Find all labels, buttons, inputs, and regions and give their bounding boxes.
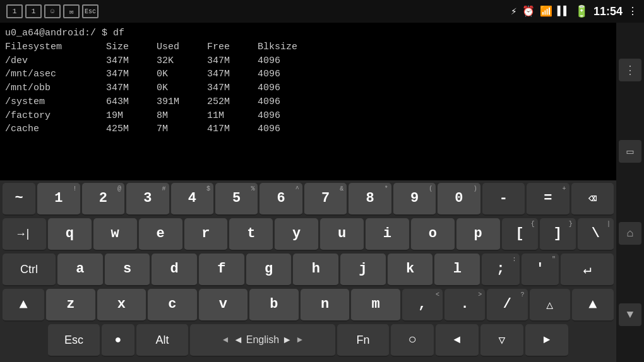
key-esc[interactable]: Esc (48, 324, 100, 357)
row6-size: 425M (106, 122, 157, 136)
key-h[interactable]: h (293, 254, 338, 286)
row4-fs: /system (5, 95, 106, 109)
row6-free: 417M (207, 122, 258, 136)
side-back-icon[interactable]: ▼ (619, 303, 641, 326)
key-c[interactable]: c (148, 289, 197, 322)
row2-fs: /mnt/asec (5, 67, 106, 81)
language-label: ◄ English ► (233, 334, 292, 346)
key-slash[interactable]: ? / (487, 289, 527, 322)
key-g[interactable]: g (246, 254, 292, 286)
row5-free: 11M (207, 109, 258, 123)
key-circle[interactable]: ○ (391, 324, 434, 357)
key-z[interactable]: z (46, 289, 95, 322)
key-0[interactable]: ) 0 (438, 183, 480, 216)
key-8[interactable]: * 8 (349, 183, 391, 216)
key-d[interactable]: d (152, 254, 197, 286)
key-l[interactable]: l (434, 254, 480, 286)
key-period[interactable]: > . (444, 289, 485, 322)
key-shift-left[interactable]: ▲ (3, 289, 44, 322)
key-equals[interactable]: + = (527, 183, 569, 216)
row4-free: 252M (207, 95, 258, 109)
row6-fs: /cache (5, 122, 106, 136)
key-tilde[interactable]: ~ (3, 183, 35, 216)
row5-used: 8M (157, 109, 207, 123)
key-x[interactable]: x (97, 289, 146, 322)
row5-size: 19M (106, 109, 157, 123)
key-5[interactable]: % 5 (215, 183, 258, 216)
key-down-arrow[interactable]: ▽ (480, 324, 523, 357)
mail-icon: ✉ (63, 4, 80, 18)
key-minus[interactable]: - (482, 183, 525, 216)
key-rbracket[interactable]: } ] (540, 218, 576, 251)
col-size: Size (106, 40, 157, 54)
key-alt[interactable]: Alt (136, 324, 188, 357)
key-shift-right[interactable]: ▲ (572, 289, 614, 322)
row3-size: 347M (106, 81, 157, 95)
key-fn[interactable]: Fn (337, 324, 389, 357)
key-p[interactable]: p (456, 218, 500, 251)
key-o[interactable]: o (411, 218, 455, 251)
key-r[interactable]: r (184, 218, 228, 251)
col-filesystem: Filesystem (5, 40, 106, 54)
key-left-arrow[interactable]: ◄ (436, 324, 479, 357)
key-n[interactable]: n (301, 289, 350, 322)
key-s[interactable]: s (105, 254, 150, 286)
key-f[interactable]: f (199, 254, 244, 286)
key-right-arrow[interactable]: ► (525, 324, 568, 357)
key-up-arrow[interactable]: △ (530, 289, 570, 322)
row1-size: 347M (106, 54, 157, 68)
row3-used: 0K (157, 81, 207, 95)
key-2[interactable]: @ 2 (82, 183, 124, 216)
key-q[interactable]: q (48, 218, 92, 251)
key-y[interactable]: y (275, 218, 318, 251)
key-9[interactable]: ( 9 (393, 183, 436, 216)
key-backslash[interactable]: | \ (578, 218, 614, 251)
key-w[interactable]: w (93, 218, 137, 251)
key-ctrl[interactable]: Ctrl (3, 254, 56, 286)
col-blksize: Blksize (258, 40, 308, 54)
key-mic[interactable]: ● (102, 324, 134, 357)
key-1[interactable]: ! 1 (37, 183, 80, 216)
key-7[interactable]: & 7 (304, 183, 347, 216)
key-language[interactable]: ◄ ◄ English ► ► (190, 324, 335, 357)
key-comma[interactable]: < , (402, 289, 443, 322)
key-3[interactable]: # 3 (126, 183, 169, 216)
row1-fs: /dev (5, 54, 106, 68)
row2-free: 347M (207, 67, 258, 81)
key-v[interactable]: v (199, 289, 248, 322)
col-used: Used (157, 40, 207, 54)
key-a[interactable]: a (57, 254, 103, 286)
key-e[interactable]: e (139, 218, 182, 251)
key-4[interactable]: $ 4 (171, 183, 213, 216)
key-6[interactable]: ^ 6 (259, 183, 302, 216)
row5-fs: /factory (5, 109, 106, 123)
key-tab[interactable]: →| (3, 218, 46, 251)
esc-icon: Esc (82, 4, 98, 18)
row3-fs: /mnt/obb (5, 81, 106, 95)
row4-size: 643M (106, 95, 157, 109)
key-enter[interactable]: ↵ (561, 254, 614, 286)
more-icon[interactable]: ⋮ (628, 5, 638, 18)
key-lbracket[interactable]: { [ (502, 218, 538, 251)
key-k[interactable]: k (388, 254, 433, 286)
key-m[interactable]: m (351, 289, 400, 322)
key-backspace[interactable]: ⌫ (571, 183, 614, 216)
status-right-icons: ⚡ ⏰ 📶 ▌▌ 🔋 11:54 ⋮ (511, 4, 638, 18)
row4-blk: 4096 (258, 95, 308, 109)
key-i[interactable]: i (366, 218, 409, 251)
key-b[interactable]: b (249, 289, 299, 322)
status-left-icons: 1 1 ☺ ✉ Esc (6, 4, 98, 18)
side-more-icon[interactable]: ⋮ (619, 59, 641, 81)
key-j[interactable]: j (340, 254, 386, 286)
row1-used: 32K (157, 54, 207, 68)
key-quote[interactable]: " ' (522, 254, 559, 286)
keyboard-row-qwerty: →| q w e r t y u i o p { [ } ] | \ (3, 218, 614, 251)
row1-free: 347M (207, 54, 258, 68)
status-time: 11:54 (593, 5, 623, 18)
key-t[interactable]: t (229, 218, 273, 251)
side-home-icon[interactable]: ⌂ (619, 222, 641, 245)
side-window-icon[interactable]: ▭ (619, 140, 641, 163)
keyboard-row-asdf: Ctrl a s d f g h j k l : ; " ' ↵ (3, 254, 614, 286)
key-semicolon[interactable]: : ; (482, 254, 519, 286)
key-u[interactable]: u (320, 218, 364, 251)
